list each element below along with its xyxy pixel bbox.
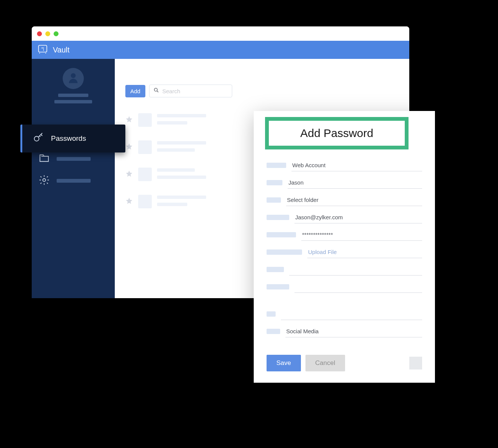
- thumbnail-icon: [138, 195, 152, 208]
- add-password-panel: Save Cancel: [254, 111, 435, 383]
- password-input[interactable]: [301, 229, 422, 241]
- field-extra-1: [267, 263, 422, 276]
- sidebar: Passwords: [32, 59, 115, 298]
- close-icon[interactable]: [37, 31, 42, 36]
- field-label-placeholder: [267, 249, 302, 255]
- svg-line-7: [41, 134, 42, 136]
- password-list: [125, 107, 231, 216]
- extra-input-3[interactable]: [281, 308, 422, 320]
- search-box[interactable]: [149, 85, 232, 97]
- category-input[interactable]: [285, 325, 422, 337]
- folder-select[interactable]: [286, 194, 422, 206]
- sidebar-item-label: Passwords: [51, 134, 86, 143]
- panel-title-highlight: Add Password: [265, 117, 409, 149]
- placeholder-line: [54, 100, 92, 103]
- row-text: [157, 195, 231, 210]
- thumbnail-icon: [138, 168, 152, 181]
- svg-line-8: [40, 136, 41, 137]
- email-input[interactable]: [294, 211, 422, 223]
- field-label-placeholder: [267, 267, 284, 272]
- name-input[interactable]: [288, 177, 422, 189]
- key-icon: [33, 132, 44, 145]
- row-text: [157, 168, 231, 183]
- star-icon[interactable]: [125, 143, 133, 150]
- field-label-placeholder: [267, 329, 280, 334]
- placeholder-line: [157, 114, 206, 117]
- list-item[interactable]: [125, 134, 231, 162]
- save-button[interactable]: Save: [267, 355, 301, 371]
- svg-line-12: [157, 91, 158, 92]
- svg-point-10: [43, 179, 46, 182]
- placeholder-line: [157, 176, 206, 179]
- field-category: [267, 325, 422, 337]
- field-extra-2: [267, 281, 422, 293]
- field-email: [267, 211, 422, 223]
- extra-input-2[interactable]: [294, 281, 422, 293]
- svg-point-4: [71, 73, 76, 78]
- search-icon: [153, 87, 159, 95]
- field-folder: [267, 194, 422, 206]
- folder-icon: [39, 152, 50, 165]
- add-button[interactable]: Add: [125, 85, 145, 97]
- list-item[interactable]: [125, 162, 231, 189]
- field-password: [267, 229, 422, 241]
- list-item[interactable]: [125, 107, 231, 134]
- user-icon: [67, 71, 80, 86]
- gear-icon: [39, 174, 50, 187]
- profile-block: [32, 68, 115, 106]
- search-input[interactable]: [162, 88, 228, 94]
- account-type-input[interactable]: [291, 159, 422, 171]
- sidebar-item-settings[interactable]: [32, 170, 115, 192]
- panel-footer: Save Cancel: [254, 349, 435, 375]
- minimize-icon[interactable]: [45, 31, 50, 36]
- field-label-placeholder: [267, 232, 296, 237]
- extra-input-1[interactable]: [289, 263, 422, 276]
- star-icon[interactable]: [125, 197, 133, 205]
- placeholder-line: [58, 94, 88, 97]
- sidebar-item-passwords[interactable]: Passwords: [20, 125, 125, 152]
- placeholder-line: [157, 141, 206, 145]
- titlebar: [32, 26, 409, 41]
- svg-point-11: [154, 88, 157, 91]
- placeholder-line: [57, 179, 91, 183]
- app-header: *| Vault: [32, 41, 409, 59]
- field-label-placeholder: [267, 284, 289, 289]
- vault-icon: *|: [38, 45, 48, 55]
- placeholder-line: [157, 196, 206, 199]
- thumbnail-icon: [138, 113, 152, 127]
- svg-text:*|: *|: [41, 46, 44, 51]
- field-label-placeholder: [267, 180, 282, 185]
- placeholder-line: [157, 148, 195, 152]
- field-label-placeholder: [267, 197, 281, 203]
- panel-title: Add Password: [300, 127, 373, 140]
- cancel-button[interactable]: Cancel: [305, 355, 345, 371]
- field-account-type: [267, 159, 422, 171]
- field-name: [267, 177, 422, 189]
- sidebar-rest: [32, 148, 115, 192]
- star-icon[interactable]: [125, 170, 133, 177]
- placeholder-line: [157, 121, 187, 125]
- star-icon[interactable]: [125, 115, 133, 123]
- app-title: Vault: [53, 46, 69, 54]
- upload-file-link[interactable]: [307, 246, 422, 258]
- placeholder-line: [157, 203, 187, 206]
- thumbnail-icon: [138, 140, 152, 154]
- field-label-placeholder: [267, 215, 289, 220]
- footer-square-icon[interactable]: [409, 357, 422, 369]
- field-extra-3: [267, 308, 422, 320]
- field-upload: [267, 246, 422, 258]
- toolbar: Add: [125, 85, 399, 97]
- field-label-placeholder: [267, 163, 286, 168]
- field-label-placeholder: [267, 311, 276, 317]
- placeholder-line: [57, 157, 91, 161]
- avatar[interactable]: [63, 68, 84, 89]
- list-item[interactable]: [125, 189, 231, 216]
- row-text: [157, 140, 231, 155]
- maximize-icon[interactable]: [54, 31, 59, 36]
- placeholder-line: [157, 168, 195, 172]
- row-text: [157, 113, 231, 128]
